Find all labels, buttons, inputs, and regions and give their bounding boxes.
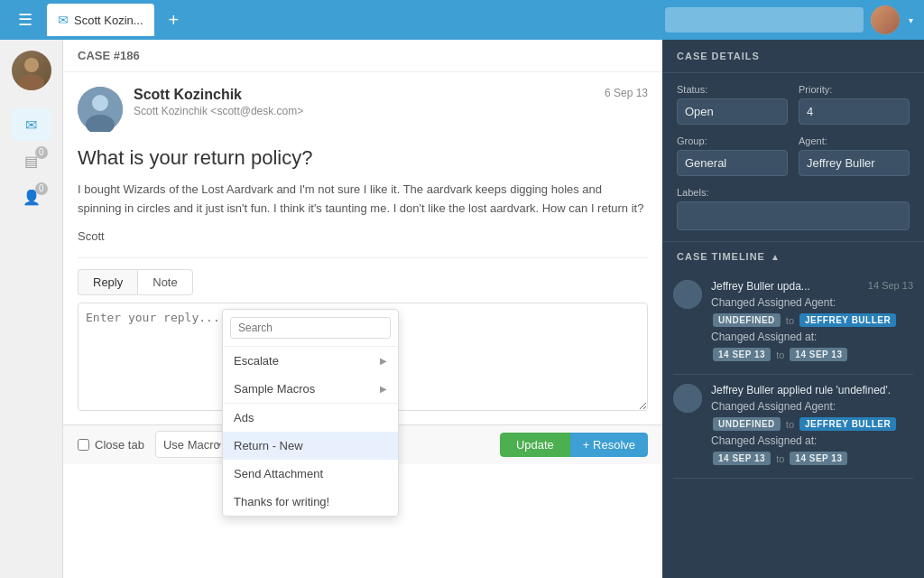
sidebar-item-users[interactable]: 👤 0 <box>12 181 51 213</box>
group-agent-row: Group: General Support Agent: Jeffrey Bu… <box>677 135 910 176</box>
group-select[interactable]: General Support <box>677 150 788 176</box>
feed-badge: 0 <box>35 146 48 159</box>
timeline-from-tag-2b: 14 SEP 13 <box>713 452 771 465</box>
labels-input[interactable] <box>677 201 910 230</box>
macro-search-input[interactable] <box>230 317 391 339</box>
timeline-collapse-icon: ▲ <box>771 252 781 262</box>
timeline-item: Jeffrey Buller upda... 14 Sep 13 Changed… <box>673 271 913 375</box>
email-tab-icon: ✉ <box>58 13 69 27</box>
status-field: Status: Open Closed Pending <box>677 84 788 125</box>
nav-search-input[interactable] <box>665 7 864 33</box>
nav-tab-label: Scott Kozin... <box>74 14 143 27</box>
email-sender-avatar <box>78 87 123 132</box>
timeline-to-text-1b: to <box>776 350 784 360</box>
agent-label: Agent: <box>799 135 910 146</box>
sidebar-item-email[interactable]: ✉ <box>12 108 51 141</box>
agent-select[interactable]: Jeffrey Buller Unassigned <box>799 150 910 176</box>
svg-point-1 <box>19 74 44 90</box>
macro-dropdown: Escalate ▶ Sample Macros ▶ Ads Return - … <box>222 309 399 517</box>
timeline-from-tag-1b: 14 SEP 13 <box>713 348 771 361</box>
timeline-tag-line-1b: 14 SEP 13 to 14 SEP 13 <box>711 347 913 362</box>
action-button-group: Update + Resolve <box>500 433 648 457</box>
user-avatar[interactable] <box>12 51 51 90</box>
macro-item-sample[interactable]: Sample Macros ▶ <box>223 375 398 403</box>
email-icon: ✉ <box>25 117 37 134</box>
sidebar-item-feed[interactable]: ▤ 0 <box>12 144 51 177</box>
case-details-header: CASE DETAILS <box>662 40 924 72</box>
timeline-to-text-1a: to <box>786 315 794 326</box>
update-button[interactable]: Update <box>500 433 570 457</box>
avatar-dropdown-icon[interactable]: ▾ <box>909 15 913 25</box>
timeline-actor-1: Jeffrey Buller upda... <box>711 280 810 293</box>
group-field: Group: General Support <box>677 135 788 176</box>
note-tab[interactable]: Note <box>137 269 192 295</box>
reply-area: Reply Note Escalate ▶ Sample Macros ▶ <box>78 257 648 424</box>
timeline-to-tag-1b: 14 SEP 13 <box>790 348 847 361</box>
email-date: 6 Sep 13 <box>605 87 648 99</box>
use-macro-select[interactable]: Use Macro <box>155 431 228 458</box>
macro-item-ads[interactable]: Ads <box>223 404 398 432</box>
macro-item-escalate-label: Escalate <box>234 354 279 368</box>
timeline-date-1: 14 Sep 13 <box>868 280 913 291</box>
new-tab-button[interactable]: + <box>162 10 187 31</box>
nav-tab[interactable]: ✉ Scott Kozin... <box>47 4 154 36</box>
timeline-from-tag-1a: UNDEFINED <box>713 313 781 327</box>
hamburger-icon[interactable]: ☰ <box>11 6 40 33</box>
avatar-image <box>871 5 900 34</box>
case-details-form: Status: Open Closed Pending Priority: 12… <box>662 73 924 241</box>
main-layout: ✉ ▤ 0 👤 0 CASE #186 Scott <box>0 40 924 578</box>
timeline-to-text-2b: to <box>776 453 784 464</box>
group-label: Group: <box>677 135 788 146</box>
timeline-event-text-1b: Changed Assigned at: <box>711 331 913 343</box>
timeline-header[interactable]: CASE TIMELINE ▲ <box>662 242 924 271</box>
status-select[interactable]: Open Closed Pending <box>677 98 788 125</box>
svg-rect-6 <box>673 384 702 413</box>
timeline-avatar-2 <box>673 384 702 413</box>
resolve-button[interactable]: + Resolve <box>570 433 648 457</box>
timeline-content-1: Jeffrey Buller upda... 14 Sep 13 Changed… <box>711 280 913 365</box>
agent-field: Agent: Jeffrey Buller Unassigned <box>799 135 910 176</box>
status-label: Status: <box>677 84 788 95</box>
timeline-item-2: Jeffrey Buller applied rule 'undefined'.… <box>673 375 913 479</box>
dropdown-search-wrapper <box>223 310 398 347</box>
macro-item-send-label: Send Attachment <box>234 467 323 480</box>
svg-point-3 <box>92 95 108 111</box>
macro-item-return-new[interactable]: Return - New <box>223 432 398 460</box>
macro-item-escalate[interactable]: Escalate ▶ <box>223 347 398 375</box>
timeline-content-2: Jeffrey Buller applied rule 'undefined'.… <box>711 384 913 469</box>
right-sidebar: CASE DETAILS Status: Open Closed Pending… <box>662 40 924 578</box>
timeline-avatar-1 <box>673 280 702 309</box>
timeline-header-label: CASE TIMELINE <box>677 251 765 262</box>
top-nav: ☰ ✉ Scott Kozin... + ▾ <box>0 0 924 40</box>
macro-item-thanks-label: Thanks for writing! <box>234 495 329 508</box>
timeline-list: Jeffrey Buller upda... 14 Sep 13 Changed… <box>662 271 924 479</box>
priority-select[interactable]: 12345 <box>799 98 910 125</box>
avatar[interactable] <box>871 5 900 34</box>
timeline-tag-line-2b: 14 SEP 13 to 14 SEP 13 <box>711 451 913 466</box>
svg-point-0 <box>24 58 39 72</box>
macro-item-send-attachment[interactable]: Send Attachment <box>223 460 398 488</box>
timeline-to-tag-2b: 14 SEP 13 <box>790 452 847 465</box>
email-signature: Scott <box>78 229 648 243</box>
timeline-title-row-1: Jeffrey Buller upda... 14 Sep 13 <box>711 280 913 293</box>
macro-item-thanks[interactable]: Thanks for writing! <box>223 488 398 516</box>
timeline-to-text-2a: to <box>786 419 794 430</box>
escalate-arrow-icon: ▶ <box>380 356 387 366</box>
email-meta: Scott Kozinchik Scott Kozinchik <scott@d… <box>134 87 594 117</box>
sample-arrow-icon: ▶ <box>380 384 387 394</box>
reply-tab[interactable]: Reply <box>78 269 137 295</box>
timeline-event-text-2b: Changed Assigned at: <box>711 434 913 447</box>
svg-rect-5 <box>673 280 702 309</box>
email-body: I bought Wizards of the Lost Aardvark an… <box>78 181 648 219</box>
left-sidebar: ✉ ▤ 0 👤 0 <box>0 40 63 578</box>
email-subject: What is your return policy? <box>78 146 648 170</box>
email-from-name: Scott Kozinchik <box>134 87 594 103</box>
close-tab-label: Close tab <box>95 438 144 452</box>
timeline-event-text-2a: Changed Assigned Agent: <box>711 400 913 413</box>
close-tab-checkbox[interactable] <box>78 439 89 451</box>
users-badge: 0 <box>35 182 48 195</box>
reply-tabs: Reply Note <box>78 269 648 295</box>
macro-item-return-label: Return - New <box>234 439 303 452</box>
timeline-from-tag-2a: UNDEFINED <box>713 417 781 431</box>
close-tab-checkbox-label[interactable]: Close tab <box>78 438 144 452</box>
